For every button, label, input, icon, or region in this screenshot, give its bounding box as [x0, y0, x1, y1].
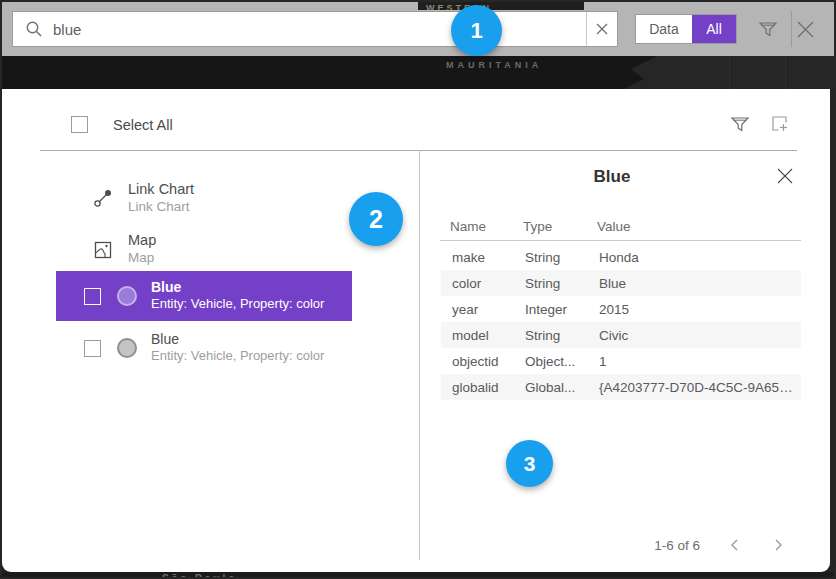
table-row: color String Blue [441, 270, 801, 296]
result-title: Blue [151, 279, 181, 295]
map-icon [93, 240, 113, 260]
annotation-badge-1: 1 [451, 5, 502, 56]
map-border-line [729, 56, 730, 89]
column-header-type: Type [523, 219, 552, 234]
detail-close-icon[interactable] [776, 167, 796, 187]
result-checkbox[interactable] [84, 288, 101, 305]
cell-name: year [452, 302, 478, 317]
search-results-panel: Select All Link Chart Link Chart Map Map [2, 89, 830, 572]
cell-name: model [452, 328, 489, 343]
map-sliver: WESTERN [418, 2, 584, 10]
app-window: WESTERN Data All MA [0, 0, 836, 579]
result-item-blue[interactable]: Blue Entity: Vehicle, Property: color [56, 323, 352, 373]
annotation-number: 1 [470, 18, 482, 44]
cell-name: globalid [452, 380, 499, 395]
clear-search-button[interactable] [586, 12, 617, 46]
cell-value: Honda [599, 250, 639, 265]
table-row: objectid Object... 1 [441, 348, 801, 374]
cell-name: make [452, 250, 485, 265]
result-subtitle: Entity: Vehicle, Property: color [151, 296, 324, 311]
chevron-left-icon[interactable] [727, 537, 747, 557]
map-background-bottom: São Paulo [2, 572, 834, 577]
annotation-badge-2: 2 [349, 192, 403, 246]
table-row: globalid Global... {A4203777-D70D-4C5C-9… [441, 374, 801, 400]
map-border-line [785, 56, 786, 89]
column-header-name: Name [450, 219, 486, 234]
annotation-number: 2 [369, 205, 383, 234]
search-icon [25, 20, 43, 38]
toolbar-divider [791, 11, 792, 47]
map-label-mauritania: MAURITANIA [446, 60, 542, 70]
column-header-value: Value [597, 219, 631, 234]
table-row: make String Honda [441, 244, 801, 270]
column-divider [419, 150, 420, 560]
cell-value: Civic [599, 328, 628, 343]
result-title: Blue [151, 331, 179, 347]
table-row: model String Civic [441, 322, 801, 348]
select-all-checkbox[interactable] [71, 116, 88, 133]
cell-type: String [525, 250, 560, 265]
map-ocean-shape [2, 56, 657, 89]
cell-name: objectid [452, 354, 499, 369]
filter-icon[interactable] [757, 18, 779, 40]
table-header-divider [440, 240, 801, 241]
annotation-number: 3 [524, 452, 536, 476]
detail-title: Blue [420, 167, 804, 187]
pagination-label: 1-6 of 6 [612, 538, 700, 553]
close-icon[interactable] [795, 19, 816, 40]
toggle-option-all[interactable]: All [692, 15, 736, 43]
result-subtitle: Entity: Vehicle, Property: color [151, 348, 324, 363]
attribute-table: make String Honda color String Blue year… [441, 244, 801, 400]
cell-value: 1 [599, 354, 607, 369]
result-subtitle: Map [128, 250, 154, 265]
result-title: Link Chart [128, 181, 194, 197]
map-label-western: WESTERN [426, 3, 584, 10]
search-box [12, 11, 618, 47]
result-title: Map [128, 232, 156, 248]
add-selection-icon[interactable] [769, 113, 791, 135]
search-input[interactable] [53, 21, 586, 38]
entity-circle-icon [117, 338, 137, 358]
map-background: MAURITANIA [2, 56, 834, 89]
cell-value: 2015 [599, 302, 629, 317]
link-chart-icon [93, 188, 113, 208]
map-label-sao-paulo: São Paulo [162, 573, 834, 577]
annotation-badge-3: 3 [506, 440, 553, 487]
cell-type: Integer [525, 302, 567, 317]
result-item-blue-selected[interactable]: Blue Entity: Vehicle, Property: color [56, 271, 352, 321]
result-subtitle: Link Chart [128, 199, 190, 214]
cell-value: {A4203777-D70D-4C5C-9A65-C... [599, 380, 797, 395]
toggle-option-data[interactable]: Data [636, 15, 692, 43]
cell-value: Blue [599, 276, 626, 291]
table-row: year Integer 2015 [441, 296, 801, 322]
cell-type: Global... [525, 380, 575, 395]
cell-name: color [452, 276, 481, 291]
cell-type: String [525, 328, 560, 343]
cell-type: String [525, 276, 560, 291]
cell-type: Object... [525, 354, 575, 369]
chevron-right-icon[interactable] [770, 537, 790, 557]
clear-icon [596, 23, 608, 35]
select-all-label: Select All [113, 117, 173, 133]
results-filter-icon[interactable] [729, 113, 751, 135]
entity-circle-icon [117, 286, 137, 306]
search-toolbar: WESTERN Data All [2, 2, 834, 56]
data-all-toggle: Data All [635, 14, 737, 44]
result-checkbox[interactable] [84, 340, 101, 357]
